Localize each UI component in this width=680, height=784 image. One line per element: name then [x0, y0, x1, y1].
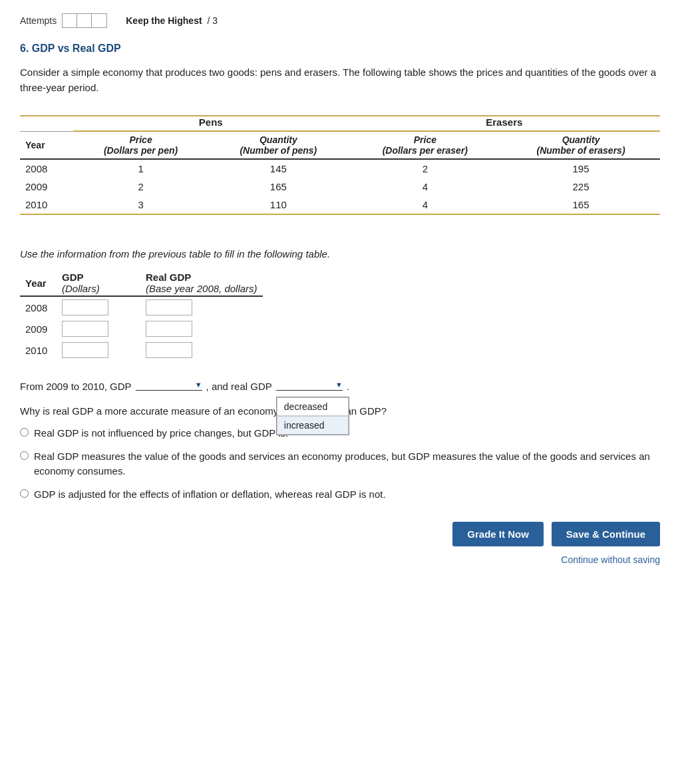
pens-price-cell: 3 [73, 196, 208, 214]
table-row: 2010 3 110 4 165 [20, 196, 660, 214]
gdp-year-cell: 2010 [20, 339, 57, 361]
from-prefix: From 2009 to 2010, GDP [20, 381, 132, 392]
real-gdp-header: Real GDP (Base year 2008, dollars) [140, 270, 263, 296]
gdp-dropdown-container[interactable]: ▼ [136, 381, 202, 391]
real-gdp-option-increased[interactable]: increased [277, 416, 349, 435]
real-gdp-dropdown-trigger[interactable]: ▼ [276, 381, 343, 391]
gdp-year-cell: 2009 [20, 318, 57, 339]
attempt-box-1 [63, 14, 77, 27]
erasers-price-cell: 4 [349, 196, 502, 214]
radio-label-1: Real GDP is not influenced by price chan… [34, 426, 288, 441]
real-gdp-dropdown-arrow: ▼ [335, 381, 343, 389]
buttons-main: Grade It Now Save & Continue [452, 522, 660, 546]
radio-option-2[interactable]: Real GDP measures the value of the goods… [20, 449, 660, 479]
pens-qty-header: Quantity (Number of pens) [208, 131, 349, 159]
pens-group-header: Pens [73, 116, 349, 131]
gdp-header: GDP (Dollars) [57, 270, 114, 296]
year-cell: 2009 [20, 178, 73, 196]
gdp-year-header: Year [20, 270, 57, 296]
real-gdp-input[interactable] [146, 321, 192, 337]
erasers-price-cell: 4 [349, 178, 502, 196]
real-gdp-option-decreased[interactable]: decreased [277, 397, 349, 416]
pens-qty-cell: 145 [208, 159, 349, 178]
real-gdp-dropdown-popup: decreased increased [276, 397, 349, 435]
real-gdp-dropdown-container[interactable]: ▼ decreased increased [276, 381, 343, 391]
fill-in-instruction: Use the information from the previous ta… [20, 248, 660, 260]
pens-price-cell: 2 [73, 178, 208, 196]
gdp-table-row: 2010 [20, 339, 263, 361]
radio-options: Real GDP is not influenced by price chan… [20, 426, 660, 502]
gdp-year-cell: 2008 [20, 296, 57, 318]
grade-button[interactable]: Grade It Now [452, 522, 544, 546]
radio-input-3[interactable] [20, 489, 29, 498]
keep-highest: Keep the Highest / 3 [126, 15, 218, 26]
table-row: 2008 1 145 2 195 [20, 159, 660, 178]
gdp-table-row: 2009 [20, 318, 263, 339]
real-gdp-input[interactable] [146, 342, 192, 358]
save-continue-button[interactable]: Save & Continue [552, 522, 660, 546]
erasers-qty-cell: 195 [502, 159, 660, 178]
year-cell: 2010 [20, 196, 73, 214]
gdp-input[interactable] [62, 299, 108, 315]
radio-label-2: Real GDP measures the value of the goods… [34, 449, 660, 479]
from-suffix: . [347, 381, 349, 392]
gdp-dropdown-arrow: ▼ [195, 381, 202, 389]
gdp-input[interactable] [62, 321, 108, 337]
erasers-group-header: Erasers [349, 116, 660, 131]
year-col-header: Year [20, 131, 73, 159]
erasers-qty-cell: 225 [502, 178, 660, 196]
gdp-input-cell[interactable] [57, 339, 114, 361]
pens-price-header: Price (Dollars per pen) [73, 131, 208, 159]
pens-qty-cell: 165 [208, 178, 349, 196]
from-middle: , and real GDP [206, 381, 272, 392]
real-gdp-input-cell[interactable] [140, 296, 263, 318]
table-row: 2009 2 165 4 225 [20, 178, 660, 196]
radio-input-2[interactable] [20, 451, 29, 460]
erasers-price-header: Price (Dollars per eraser) [349, 131, 502, 159]
radio-option-3[interactable]: GDP is adjusted for the effects of infla… [20, 487, 660, 502]
erasers-price-cell: 2 [349, 159, 502, 178]
attempt-box-3 [92, 14, 106, 27]
real-gdp-input-cell[interactable] [140, 318, 263, 339]
erasers-qty-header: Quantity (Number of erasers) [502, 131, 660, 159]
radio-input-1[interactable] [20, 428, 29, 437]
radio-label-3: GDP is adjusted for the effects of infla… [34, 487, 386, 502]
gdp-input[interactable] [62, 342, 108, 358]
gdp-dropdown-trigger[interactable]: ▼ [136, 381, 202, 391]
continue-without-saving-link[interactable]: Continue without saving [561, 554, 660, 565]
gdp-input-cell[interactable] [57, 318, 114, 339]
pens-qty-cell: 110 [208, 196, 349, 214]
data-table: Pens Erasers Year Price (Dollars per pen… [20, 115, 660, 215]
buttons-row: Grade It Now Save & Continue Continue wi… [20, 522, 660, 565]
attempts-bar: Attempts Keep the Highest / 3 [20, 13, 660, 28]
year-cell: 2008 [20, 159, 73, 178]
from-sentence: From 2009 to 2010, GDP ▼ , and real GDP … [20, 381, 660, 392]
erasers-qty-cell: 165 [502, 196, 660, 214]
section-title: 6. GDP vs Real GDP [20, 43, 660, 55]
gdp-table: Year GDP (Dollars) Real GDP (Base year 2… [20, 270, 263, 361]
gdp-table-row: 2008 [20, 296, 263, 318]
real-gdp-input[interactable] [146, 299, 192, 315]
gdp-input-cell[interactable] [57, 296, 114, 318]
intro-text: Consider a simple economy that produces … [20, 65, 660, 95]
attempt-box-2 [77, 14, 92, 27]
attempts-label: Attempts [20, 15, 57, 26]
pens-price-cell: 1 [73, 159, 208, 178]
attempts-boxes [62, 13, 107, 28]
real-gdp-input-cell[interactable] [140, 339, 263, 361]
